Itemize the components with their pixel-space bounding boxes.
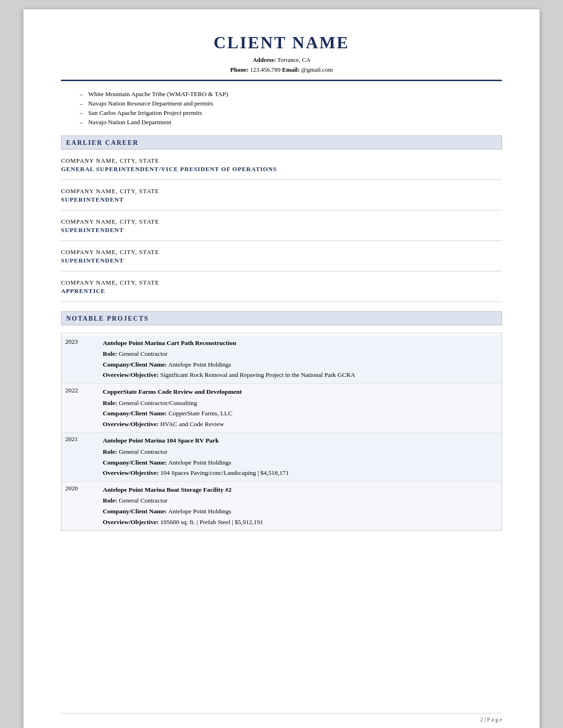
- client-name: Client Name: [61, 33, 502, 53]
- job-title: Superintendent: [61, 226, 502, 234]
- email-label: Email:: [282, 66, 300, 73]
- company-name: Company Name, City, State: [61, 188, 502, 195]
- project-year: 2023: [61, 335, 99, 384]
- phone-label: Phone:: [230, 66, 249, 73]
- project-title: CopperState Farms Code Review and Develo…: [103, 387, 498, 397]
- company-label: Company/Client Name:: [103, 459, 167, 466]
- project-overview: Overview/Objective: HVAC and Code Review: [103, 419, 498, 429]
- earlier-career-title: Earlier Career: [66, 139, 138, 146]
- project-company: Company/Client Name: Antelope Point Hold…: [103, 360, 498, 370]
- job-title: Apprentice: [61, 287, 502, 295]
- career-entry: Company Name, City, State General Superi…: [61, 157, 502, 180]
- project-year: 2021: [61, 433, 99, 481]
- role-value: General Contractor: [119, 448, 167, 455]
- bullet-list: White Mountain Apache Tribe (WMAT-TERO &…: [80, 90, 502, 126]
- role-value: General Contractor: [119, 497, 167, 504]
- company-value: CopperState Farms, LLC: [168, 410, 232, 417]
- projects-table: 2023 Antelope Point Marina Cart Path Rec…: [61, 335, 502, 531]
- notable-projects-title: Notable Projects: [66, 315, 149, 322]
- role-label: Role:: [103, 350, 117, 357]
- company-value: Antelope Point Holdings: [168, 459, 231, 466]
- project-overview: Overview/Objective: 105600 sq. ft. | Pre…: [103, 517, 498, 527]
- project-title: Antelope Point Marina Boat Storage Facil…: [103, 485, 498, 495]
- project-overview: Overview/Objective: Significant Rock Rem…: [103, 370, 498, 380]
- overview-value: 105600 sq. ft. | Prefab Steel | $5,912,1…: [160, 518, 264, 525]
- list-item: Navajo Nation Land Department: [80, 119, 502, 126]
- overview-label: Overview/Objective:: [103, 469, 159, 476]
- notable-projects-header: Notable Projects: [61, 311, 502, 325]
- table-row: 2023 Antelope Point Marina Cart Path Rec…: [61, 335, 502, 384]
- overview-label: Overview/Objective:: [103, 371, 159, 378]
- role-label: Role:: [103, 448, 117, 455]
- project-company: Company/Client Name: Antelope Point Hold…: [103, 458, 498, 468]
- career-section: Company Name, City, State General Superi…: [61, 157, 502, 302]
- company-label: Company/Client Name:: [103, 410, 167, 417]
- company-name: Company Name, City, State: [61, 279, 502, 286]
- list-item: San Carlos Apache Irrigation Project per…: [80, 109, 502, 117]
- project-details: Antelope Point Marina 104 Space RV Park …: [99, 433, 502, 481]
- project-title: Antelope Point Marina Cart Path Reconstr…: [103, 338, 498, 348]
- career-entry: Company Name, City, State Apprentice: [61, 279, 502, 302]
- project-details: Antelope Point Marina Cart Path Reconstr…: [99, 335, 502, 384]
- project-year: 2020: [61, 481, 99, 530]
- overview-value: Significant Rock Removal and Repaving Pr…: [160, 371, 355, 378]
- overview-label: Overview/Objective:: [103, 420, 159, 428]
- overview-label: Overview/Objective:: [103, 518, 159, 525]
- company-name: Company Name, City, State: [61, 157, 502, 165]
- project-overview: Overview/Objective: 104 Spaces Paving/co…: [103, 468, 498, 478]
- company-value: Antelope Point Holdings: [168, 508, 231, 515]
- company-name: Company Name, City, State: [61, 248, 502, 256]
- project-details: Antelope Point Marina Boat Storage Facil…: [99, 481, 502, 530]
- career-entry: Company Name, City, State Superintendent: [61, 188, 502, 210]
- overview-value: 104 Spaces Paving/conc/Landscaping | $4,…: [160, 469, 289, 476]
- project-details: CopperState Farms Code Review and Develo…: [99, 383, 502, 432]
- resume-page: Client Name Address: Torrance, CA Phone:…: [23, 9, 540, 728]
- page-footer: 2 | P a g e: [61, 713, 502, 723]
- project-role: Role: General Contractor: [103, 349, 498, 359]
- address-value: Torrance, CA: [277, 56, 311, 63]
- career-entry: Company Name, City, State Superintendent: [61, 218, 502, 241]
- company-name: Company Name, City, State: [61, 218, 502, 225]
- company-label: Company/Client Name:: [103, 361, 167, 368]
- page-number: 2 | P a g e: [480, 716, 502, 723]
- project-company: Company/Client Name: CopperState Farms, …: [103, 408, 498, 419]
- list-item: Navajo Nation Resource Department and pe…: [80, 100, 502, 107]
- project-role: Role: General Contractor/Consulting: [103, 398, 498, 408]
- company-label: Company/Client Name:: [103, 508, 167, 515]
- table-row: 2022 CopperState Farms Code Review and D…: [61, 383, 502, 432]
- role-label: Role:: [103, 497, 117, 504]
- email-value: @gmail.com: [301, 66, 333, 73]
- table-row: 2021 Antelope Point Marina 104 Space RV …: [61, 433, 502, 481]
- contact-info: Address: Torrance, CA Phone: 123.456.789…: [61, 55, 502, 75]
- list-item: White Mountain Apache Tribe (WMAT-TERO &…: [80, 90, 502, 98]
- company-value: Antelope Point Holdings: [168, 361, 231, 368]
- project-role: Role: General Contractor: [103, 495, 498, 506]
- job-title: Superintendent: [61, 196, 502, 203]
- project-company: Company/Client Name: Antelope Point Hold…: [103, 506, 498, 517]
- role-label: Role:: [103, 399, 117, 406]
- phone-value: 123.456.789: [250, 66, 281, 73]
- project-year: 2022: [61, 383, 99, 432]
- role-value: General Contractor: [119, 350, 167, 357]
- job-title: Superintendent: [61, 257, 502, 264]
- table-row: 2020 Antelope Point Marina Boat Storage …: [61, 481, 502, 530]
- overview-value: HVAC and Code Review: [160, 420, 224, 428]
- career-entry: Company Name, City, State Superintendent: [61, 248, 502, 271]
- header: Client Name Address: Torrance, CA Phone:…: [61, 33, 502, 81]
- job-title: General Superintendent/Vice President of…: [61, 165, 502, 173]
- earlier-career-header: Earlier Career: [61, 135, 502, 150]
- project-role: Role: General Contractor: [103, 447, 498, 457]
- project-title: Antelope Point Marina 104 Space RV Park: [103, 435, 498, 446]
- address-label: Address:: [252, 56, 276, 63]
- role-value: General Contractor/Consulting: [119, 399, 197, 406]
- projects-table-container: 2023 Antelope Point Marina Cart Path Rec…: [61, 333, 502, 531]
